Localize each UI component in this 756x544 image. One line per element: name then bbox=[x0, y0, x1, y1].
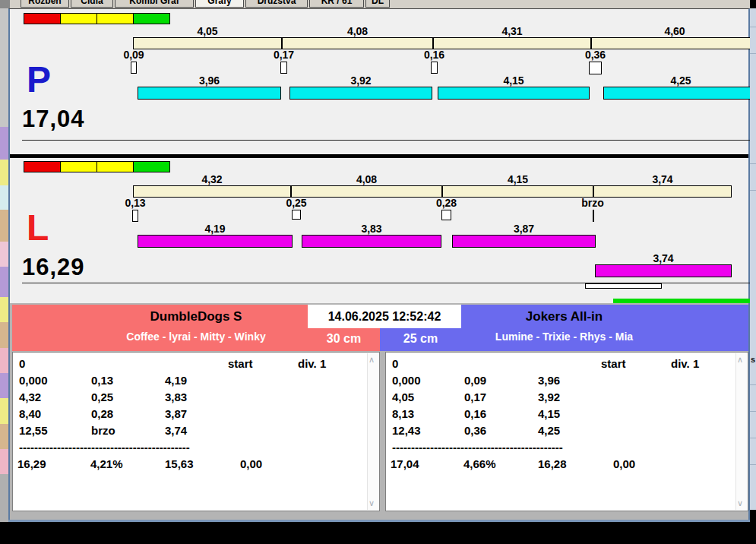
table-exchange-time: 0,09 bbox=[464, 374, 517, 387]
dog-time-label: 3,87 bbox=[452, 223, 596, 235]
dog-time-bar bbox=[595, 264, 732, 277]
exchange-marker bbox=[280, 62, 287, 74]
scroll-down-icon[interactable]: ∨ bbox=[737, 498, 743, 508]
split-time-bar bbox=[593, 185, 732, 198]
table-separator: ----------------------------------------… bbox=[19, 441, 190, 454]
table-run-number: 0 bbox=[19, 357, 65, 370]
lane-L: L 16,29 4,324,084,153,740,130,250,28brzo… bbox=[10, 158, 756, 303]
table-cumulative-time: 8,40 bbox=[19, 407, 80, 420]
black-footer-area bbox=[0, 522, 756, 544]
table-dog-time: 3,83 bbox=[165, 391, 218, 403]
split-time-label: 4,05 bbox=[133, 25, 282, 37]
split-time-label: 4,15 bbox=[442, 173, 593, 185]
table-cumulative-time: 0,000 bbox=[392, 374, 453, 387]
exchange-time-label: 0,09 bbox=[111, 49, 157, 61]
split-time-label: 4,08 bbox=[282, 25, 433, 37]
table-total-faults: 0,00 bbox=[613, 457, 666, 470]
split-time-bar bbox=[433, 37, 591, 49]
exchange-marker bbox=[589, 62, 602, 74]
table-start-header: start bbox=[228, 357, 274, 370]
dog-time-bar bbox=[289, 87, 432, 100]
table-cumulative-time: 4,32 bbox=[19, 391, 80, 403]
table-total-clean: 15,63 bbox=[165, 457, 218, 470]
table-dog-time: 4,15 bbox=[538, 407, 591, 420]
team-left-category: 30 cm bbox=[308, 328, 380, 349]
exchange-time-label: 0,36 bbox=[573, 49, 618, 61]
table-total-faults: 0,00 bbox=[240, 457, 293, 470]
dog-time-label: 4,25 bbox=[603, 74, 756, 87]
table-exchange-time: 0,36 bbox=[464, 424, 517, 437]
progress-outline-box bbox=[585, 283, 662, 289]
dog-time-bar bbox=[138, 87, 281, 100]
exchange-marker bbox=[131, 62, 137, 74]
tab-dl[interactable]: DL bbox=[365, 0, 390, 8]
table-dog-time: 3,87 bbox=[165, 407, 218, 420]
table-dog-time: 3,96 bbox=[538, 374, 591, 387]
tab-druzstva[interactable]: Druzstva bbox=[245, 0, 308, 8]
dog-time-bar bbox=[438, 87, 590, 100]
exchange-marker bbox=[431, 62, 438, 74]
scroll-down-icon[interactable]: ∨ bbox=[369, 498, 375, 508]
tab-rozbeh[interactable]: Rozbeh bbox=[21, 0, 69, 8]
dog-time-label: 3,74 bbox=[595, 252, 732, 264]
split-time-bar bbox=[591, 37, 756, 49]
table-cumulative-time: 8,13 bbox=[392, 407, 453, 420]
legend-box bbox=[60, 161, 97, 172]
tab-cidla[interactable]: Cidla bbox=[71, 0, 113, 8]
lane-P-baseline bbox=[22, 140, 756, 141]
dog-time-label: 3,92 bbox=[289, 74, 432, 87]
table-exchange-time: 0,13 bbox=[91, 374, 144, 387]
split-time-label: 4,32 bbox=[133, 173, 291, 185]
table-start-header: start bbox=[601, 357, 647, 370]
lane-L-total-time: 16,29 bbox=[22, 254, 85, 281]
scroll-up-icon[interactable]: ∧ bbox=[737, 355, 743, 365]
table-cumulative-time: 12,55 bbox=[19, 424, 80, 437]
dog-time-bar bbox=[452, 235, 596, 248]
dog-time-label: 3,96 bbox=[138, 74, 281, 87]
tab-grafy[interactable]: Grafy bbox=[195, 0, 244, 8]
scroll-up-icon[interactable]: ∧ bbox=[369, 355, 375, 365]
legend-box bbox=[133, 161, 170, 172]
teams-panel: DumbleDogs S Coffee - lyrai - Mitty - Wi… bbox=[10, 303, 748, 522]
split-time-label: 4,31 bbox=[433, 25, 591, 37]
legend-box bbox=[24, 161, 61, 172]
exchange-time-label: 0,16 bbox=[412, 49, 457, 61]
team-left-results-table[interactable]: ∧ ∨ 0startdiv. 10,0000,134,194,320,253,8… bbox=[12, 352, 380, 511]
tab-kr-61[interactable]: KR / 61 bbox=[309, 0, 364, 8]
legend-box bbox=[133, 13, 170, 24]
table-exchange-time: brzo bbox=[91, 424, 144, 437]
exchange-time-label: 0,13 bbox=[112, 197, 158, 209]
sliver-segment bbox=[0, 0, 10, 8]
lane-P-total-time: 17,04 bbox=[22, 106, 85, 133]
legend-box bbox=[96, 13, 134, 24]
exchange-time-label: brzo bbox=[570, 197, 615, 209]
scrollbar[interactable]: ∧ ∨ bbox=[367, 353, 378, 510]
team-right-results-table[interactable]: ∧ ∨ 0startdiv. 10,0000,093,964,050,173,9… bbox=[385, 352, 748, 511]
exchange-marker bbox=[132, 210, 138, 222]
lane-letter-P: P bbox=[27, 59, 51, 100]
scrollbar[interactable]: ∧ ∨ bbox=[735, 353, 747, 510]
exchange-time-label: 0,25 bbox=[274, 197, 319, 209]
table-exchange-time: 0,17 bbox=[464, 391, 517, 403]
table-total-percent: 4,21% bbox=[90, 457, 144, 470]
lane-P: P 17,04 4,054,084,314,600,090,170,160,36… bbox=[10, 10, 756, 154]
tab-kombi-graf[interactable]: Kombi Graf bbox=[115, 0, 194, 8]
dog-time-bar bbox=[302, 235, 441, 248]
split-time-bar bbox=[291, 185, 442, 198]
exchange-marker bbox=[441, 210, 451, 220]
table-dog-time: 4,25 bbox=[538, 424, 591, 437]
exchange-time-label: 0,17 bbox=[261, 49, 307, 61]
table-total-clean: 16,28 bbox=[538, 457, 591, 470]
legend-box bbox=[60, 13, 97, 24]
dog-time-bar bbox=[603, 87, 756, 100]
dog-time-bar bbox=[138, 235, 293, 248]
exchange-time-label: 0,28 bbox=[424, 197, 470, 209]
split-time-bar bbox=[133, 185, 291, 198]
main-panel: P 17,04 4,054,084,314,600,090,170,160,36… bbox=[8, 8, 750, 521]
split-time-bar bbox=[442, 185, 593, 198]
legend-box bbox=[96, 161, 134, 172]
split-time-bar bbox=[282, 37, 433, 49]
screen: RozbehCidlaKombi GrafGrafyDruzstvaKR / 6… bbox=[0, 0, 756, 544]
dog-time-label: 4,15 bbox=[438, 74, 590, 87]
table-exchange-time: 0,25 bbox=[91, 391, 144, 403]
